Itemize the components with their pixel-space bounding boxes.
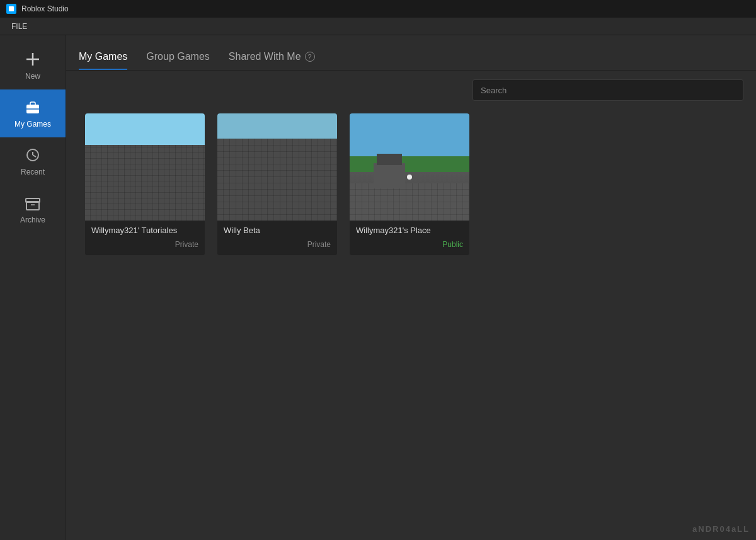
tab-my-games[interactable]: My Games [79, 51, 127, 70]
game-info-2: Willy Beta Private [217, 221, 337, 255]
svg-rect-10 [26, 198, 40, 202]
sidebar-item-recent[interactable]: Recent [0, 137, 66, 185]
tab-my-games-label: My Games [79, 51, 127, 62]
tab-shared-with-me[interactable]: Shared With Me ? [229, 51, 315, 70]
sidebar: New My Games Recent [0, 35, 66, 540]
archive-icon [24, 194, 42, 212]
sidebar-item-archive-label: Archive [20, 215, 45, 224]
game-thumbnail-3-ground [350, 183, 469, 221]
sidebar-item-new[interactable]: New [0, 42, 66, 89]
clock-icon [24, 146, 42, 164]
search-input[interactable] [472, 79, 743, 101]
file-menu[interactable]: FILE [6, 22, 32, 31]
svg-line-8 [33, 155, 36, 157]
tab-shared-with-me-label: Shared With Me [229, 51, 301, 62]
game-thumbnail-2 [217, 113, 337, 221]
app-title: Roblox Studio [21, 4, 69, 13]
roblox-logo-icon [6, 4, 16, 14]
briefcase-icon [24, 98, 42, 116]
game-name-3: Willymay321's Place [356, 226, 463, 236]
game-status-1: Private [91, 240, 198, 249]
game-info-1: Willymay321' Tutoriales Private [85, 221, 205, 255]
game-status-3: Public [356, 240, 463, 249]
game-info-3: Willymay321's Place Public [350, 221, 469, 255]
sidebar-item-my-games[interactable]: My Games [0, 89, 66, 137]
tab-group-games[interactable]: Group Games [146, 51, 209, 70]
game-thumbnail-3 [350, 113, 469, 221]
content-area: My Games Group Games Shared With Me ? Wi… [66, 35, 756, 540]
game-thumbnail-3-building [374, 163, 405, 188]
tab-group-games-label: Group Games [146, 51, 209, 62]
sidebar-item-new-label: New [25, 72, 40, 81]
game-status-2: Private [224, 240, 331, 249]
game-name-2: Willy Beta [224, 226, 331, 236]
game-thumbnail-1 [85, 113, 205, 221]
title-bar: Roblox Studio [0, 0, 756, 18]
games-grid: Willymay321' Tutoriales Private Willy Be… [66, 107, 756, 274]
menu-bar: FILE [0, 18, 756, 35]
game-name-1: Willymay321' Tutoriales [91, 226, 198, 236]
watermark: aNDR04aLL [692, 524, 750, 534]
help-icon[interactable]: ? [305, 52, 315, 62]
svg-rect-1 [9, 6, 14, 11]
game-thumbnail-3-dot [407, 175, 412, 180]
game-card-3[interactable]: Willymay321's Place Public [350, 113, 469, 255]
sidebar-item-my-games-label: My Games [14, 120, 51, 129]
sidebar-item-recent-label: Recent [21, 168, 45, 176]
search-area [66, 71, 756, 107]
plus-icon [24, 50, 42, 68]
game-card-1[interactable]: Willymay321' Tutoriales Private [85, 113, 205, 255]
tabs-bar: My Games Group Games Shared With Me ? [66, 35, 756, 71]
sidebar-item-archive[interactable]: Archive [0, 185, 66, 233]
game-card-2[interactable]: Willy Beta Private [217, 113, 337, 255]
main-layout: New My Games Recent [0, 35, 756, 540]
